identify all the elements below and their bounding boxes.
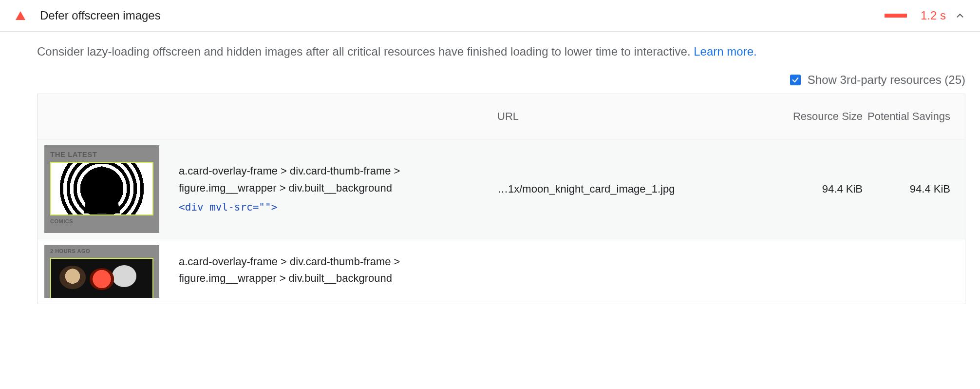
metric-time: 1.2 s [921, 9, 946, 22]
third-party-label: Show 3rd-party resources (25) [808, 73, 965, 87]
thumbnail-cell: 2 HOURS AGO [38, 245, 179, 298]
css-selector: a.card-overlay-frame > div.card-thumb-fr… [179, 255, 400, 284]
learn-more-link[interactable]: Learn more. [694, 45, 756, 58]
thumb-tag-top: 2 HOURS AGO [50, 248, 90, 254]
thumbnail-preview: 2 HOURS AGO [44, 245, 159, 298]
audit-defer-offscreen-images: Defer offscreen images 1.2 s Consider la… [0, 0, 980, 304]
col-resource-size: Resource Size [770, 110, 867, 123]
table-row[interactable]: 2 HOURS AGO a.card-overlay-frame > div.c… [38, 239, 965, 304]
chevron-up-icon[interactable] [955, 10, 965, 21]
table-header: URL Resource Size Potential Savings [38, 94, 965, 139]
thumbnail-image [50, 162, 153, 215]
audit-title: Defer offscreen images [40, 9, 885, 22]
third-party-toggle[interactable]: Show 3rd-party resources (25) [37, 60, 965, 94]
audit-description: Consider lazy-loading offscreen and hidd… [37, 43, 965, 60]
selector-cell: a.card-overlay-frame > div.card-thumb-fr… [179, 253, 497, 290]
thumbnail-preview: THE LATEST COMICS [44, 145, 159, 233]
audit-header[interactable]: Defer offscreen images 1.2 s [0, 0, 980, 32]
metric-bar-icon [885, 14, 907, 18]
thumbnail-cell: THE LATEST COMICS [38, 145, 179, 233]
thumb-tag-top: THE LATEST [50, 150, 97, 158]
col-url: URL [497, 110, 770, 123]
thumbnail-image [50, 258, 153, 298]
dom-snippet: <div mvl-src=""> [179, 199, 488, 215]
css-selector: a.card-overlay-frame > div.card-thumb-fr… [179, 165, 400, 194]
potential-savings-cell: 94.4 KiB [867, 183, 965, 195]
audit-body: Consider lazy-loading offscreen and hidd… [0, 32, 980, 304]
checkbox-checked-icon[interactable] [790, 75, 801, 85]
warning-triangle-icon [15, 10, 26, 21]
resources-table: URL Resource Size Potential Savings THE … [37, 94, 965, 304]
thumb-tag-bottom: COMICS [50, 218, 73, 224]
resource-size-cell: 94.4 KiB [770, 183, 867, 195]
url-cell: …1x/moon_knight_card_image_1.jpg [497, 183, 770, 195]
table-row[interactable]: THE LATEST COMICS a.card-overlay-frame >… [38, 139, 965, 239]
selector-cell: a.card-overlay-frame > div.card-thumb-fr… [179, 163, 497, 215]
col-potential-savings: Potential Savings [867, 109, 965, 124]
audit-description-text: Consider lazy-loading offscreen and hidd… [37, 45, 694, 58]
